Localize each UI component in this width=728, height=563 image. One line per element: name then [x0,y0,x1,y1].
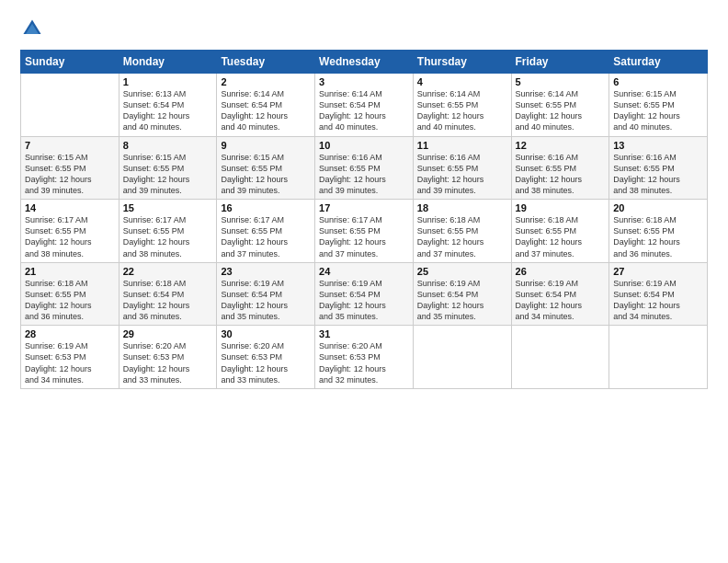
day-info: Sunrise: 6:20 AM Sunset: 6:53 PM Dayligh… [221,340,311,385]
day-info: Sunrise: 6:18 AM Sunset: 6:55 PM Dayligh… [417,214,507,259]
calendar-cell: 6Sunrise: 6:15 AM Sunset: 6:55 PM Daylig… [609,74,708,137]
weekday-monday: Monday [119,51,217,74]
day-info: Sunrise: 6:16 AM Sunset: 6:55 PM Dayligh… [417,152,507,197]
day-number: 30 [221,328,311,339]
day-number: 29 [123,328,213,339]
calendar-cell: 27Sunrise: 6:19 AM Sunset: 6:54 PM Dayli… [609,262,708,326]
day-info: Sunrise: 6:15 AM Sunset: 6:55 PM Dayligh… [221,152,311,197]
day-info: Sunrise: 6:18 AM Sunset: 6:55 PM Dayligh… [25,278,115,323]
weekday-header-row: SundayMondayTuesdayWednesdayThursdayFrid… [21,51,708,74]
day-info: Sunrise: 6:15 AM Sunset: 6:55 PM Dayligh… [613,88,703,133]
day-info: Sunrise: 6:18 AM Sunset: 6:55 PM Dayligh… [613,214,703,259]
calendar-cell: 3Sunrise: 6:14 AM Sunset: 6:54 PM Daylig… [315,74,414,137]
day-info: Sunrise: 6:17 AM Sunset: 6:55 PM Dayligh… [25,214,115,259]
day-number: 19 [516,202,606,213]
calendar-cell: 18Sunrise: 6:18 AM Sunset: 6:55 PM Dayli… [413,200,511,263]
calendar-cell: 1Sunrise: 6:13 AM Sunset: 6:54 PM Daylig… [119,74,217,137]
day-number: 7 [25,140,115,151]
day-number: 31 [319,328,409,339]
day-number: 13 [613,140,703,151]
day-number: 24 [319,266,409,277]
day-info: Sunrise: 6:14 AM Sunset: 6:55 PM Dayligh… [417,88,507,133]
calendar-cell: 23Sunrise: 6:19 AM Sunset: 6:54 PM Dayli… [217,262,315,326]
day-number: 3 [319,76,409,87]
day-number: 4 [417,76,507,87]
calendar-cell: 21Sunrise: 6:18 AM Sunset: 6:55 PM Dayli… [21,262,119,326]
day-info: Sunrise: 6:19 AM Sunset: 6:53 PM Dayligh… [25,340,115,385]
day-info: Sunrise: 6:20 AM Sunset: 6:53 PM Dayligh… [319,340,409,385]
calendar-cell: 11Sunrise: 6:16 AM Sunset: 6:55 PM Dayli… [413,136,511,200]
day-number: 20 [613,202,703,213]
day-number: 9 [221,140,311,151]
day-info: Sunrise: 6:15 AM Sunset: 6:55 PM Dayligh… [25,152,115,197]
calendar-cell: 26Sunrise: 6:19 AM Sunset: 6:54 PM Dayli… [511,262,609,326]
logo [20,17,48,40]
day-info: Sunrise: 6:15 AM Sunset: 6:55 PM Dayligh… [123,152,213,197]
calendar-cell: 30Sunrise: 6:20 AM Sunset: 6:53 PM Dayli… [217,326,315,389]
day-number: 25 [417,266,507,277]
calendar-cell: 16Sunrise: 6:17 AM Sunset: 6:55 PM Dayli… [217,200,315,263]
calendar-cell: 25Sunrise: 6:19 AM Sunset: 6:54 PM Dayli… [413,262,511,326]
day-info: Sunrise: 6:19 AM Sunset: 6:54 PM Dayligh… [613,278,703,323]
weekday-friday: Friday [511,51,609,74]
day-number: 15 [123,202,213,213]
calendar-cell: 4Sunrise: 6:14 AM Sunset: 6:55 PM Daylig… [413,74,511,137]
day-info: Sunrise: 6:19 AM Sunset: 6:54 PM Dayligh… [417,278,507,323]
day-info: Sunrise: 6:14 AM Sunset: 6:55 PM Dayligh… [516,88,606,133]
calendar-cell: 17Sunrise: 6:17 AM Sunset: 6:55 PM Dayli… [315,200,414,263]
day-number: 10 [319,140,409,151]
calendar-cell: 12Sunrise: 6:16 AM Sunset: 6:55 PM Dayli… [511,136,609,200]
calendar-week-1: 1Sunrise: 6:13 AM Sunset: 6:54 PM Daylig… [21,74,708,137]
calendar-week-2: 7Sunrise: 6:15 AM Sunset: 6:55 PM Daylig… [21,136,708,200]
day-info: Sunrise: 6:13 AM Sunset: 6:54 PM Dayligh… [123,88,213,133]
day-number: 5 [516,76,606,87]
calendar-cell: 9Sunrise: 6:15 AM Sunset: 6:55 PM Daylig… [217,136,315,200]
day-number: 22 [123,266,213,277]
day-info: Sunrise: 6:19 AM Sunset: 6:54 PM Dayligh… [319,278,409,323]
calendar-cell: 20Sunrise: 6:18 AM Sunset: 6:55 PM Dayli… [609,200,708,263]
day-number: 27 [613,266,703,277]
calendar-cell [413,326,511,389]
day-info: Sunrise: 6:16 AM Sunset: 6:55 PM Dayligh… [319,152,409,197]
day-info: Sunrise: 6:17 AM Sunset: 6:55 PM Dayligh… [123,214,213,259]
calendar-cell: 28Sunrise: 6:19 AM Sunset: 6:53 PM Dayli… [21,326,119,389]
weekday-thursday: Thursday [413,51,511,74]
day-info: Sunrise: 6:19 AM Sunset: 6:54 PM Dayligh… [221,278,311,323]
day-number: 28 [25,328,115,339]
calendar-cell: 29Sunrise: 6:20 AM Sunset: 6:53 PM Dayli… [119,326,217,389]
calendar-cell: 24Sunrise: 6:19 AM Sunset: 6:54 PM Dayli… [315,262,414,326]
day-info: Sunrise: 6:18 AM Sunset: 6:55 PM Dayligh… [516,214,606,259]
day-number: 2 [221,76,311,87]
calendar-cell: 31Sunrise: 6:20 AM Sunset: 6:53 PM Dayli… [315,326,414,389]
calendar-cell: 15Sunrise: 6:17 AM Sunset: 6:55 PM Dayli… [119,200,217,263]
calendar-cell: 10Sunrise: 6:16 AM Sunset: 6:55 PM Dayli… [315,136,414,200]
day-number: 1 [123,76,213,87]
day-info: Sunrise: 6:20 AM Sunset: 6:53 PM Dayligh… [123,340,213,385]
day-number: 16 [221,202,311,213]
calendar-cell [511,326,609,389]
weekday-sunday: Sunday [21,51,119,74]
day-number: 6 [613,76,703,87]
calendar-cell: 7Sunrise: 6:15 AM Sunset: 6:55 PM Daylig… [21,136,119,200]
logo-icon [20,17,44,40]
day-info: Sunrise: 6:16 AM Sunset: 6:55 PM Dayligh… [613,152,703,197]
day-number: 14 [25,202,115,213]
day-info: Sunrise: 6:16 AM Sunset: 6:55 PM Dayligh… [516,152,606,197]
day-number: 18 [417,202,507,213]
calendar-cell: 19Sunrise: 6:18 AM Sunset: 6:55 PM Dayli… [511,200,609,263]
calendar-cell: 5Sunrise: 6:14 AM Sunset: 6:55 PM Daylig… [511,74,609,137]
calendar-week-3: 14Sunrise: 6:17 AM Sunset: 6:55 PM Dayli… [21,200,708,263]
day-number: 12 [516,140,606,151]
calendar-cell: 2Sunrise: 6:14 AM Sunset: 6:54 PM Daylig… [217,74,315,137]
day-number: 26 [516,266,606,277]
calendar-week-4: 21Sunrise: 6:18 AM Sunset: 6:55 PM Dayli… [21,262,708,326]
weekday-wednesday: Wednesday [315,51,414,74]
calendar-cell: 22Sunrise: 6:18 AM Sunset: 6:54 PM Dayli… [119,262,217,326]
day-info: Sunrise: 6:17 AM Sunset: 6:55 PM Dayligh… [221,214,311,259]
calendar-table: SundayMondayTuesdayWednesdayThursdayFrid… [20,50,708,389]
calendar-cell [609,326,708,389]
day-info: Sunrise: 6:18 AM Sunset: 6:54 PM Dayligh… [123,278,213,323]
day-info: Sunrise: 6:17 AM Sunset: 6:55 PM Dayligh… [319,214,409,259]
day-number: 11 [417,140,507,151]
day-number: 17 [319,202,409,213]
